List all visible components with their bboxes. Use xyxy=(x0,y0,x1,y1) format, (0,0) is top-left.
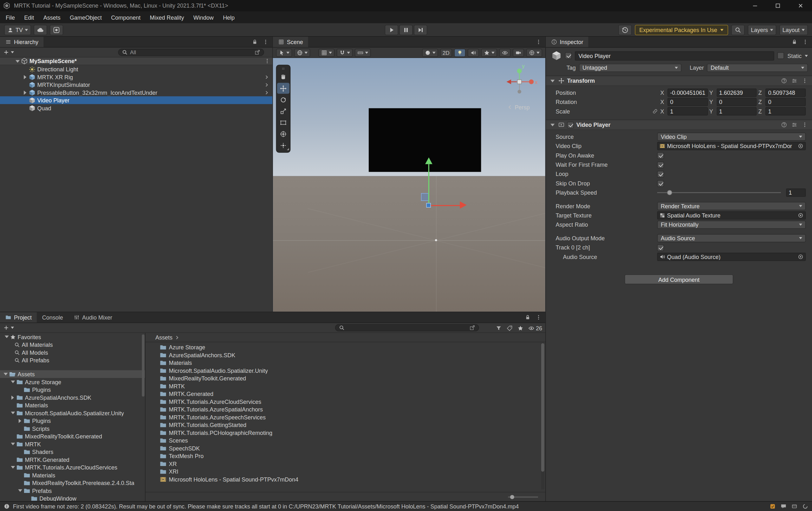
object-picker-icon[interactable] xyxy=(798,143,804,149)
source-dropdown[interactable]: Video Clip xyxy=(657,132,806,141)
scale-y-field[interactable]: 1 xyxy=(717,107,757,115)
close-button[interactable] xyxy=(789,0,812,11)
list-scrollbar[interactable] xyxy=(541,343,544,489)
scene-options-icon[interactable] xyxy=(264,58,270,64)
presets-icon[interactable] xyxy=(791,78,798,84)
move-gizmo-plane-handle[interactable] xyxy=(421,193,429,201)
menu-component[interactable]: Component xyxy=(107,11,145,24)
expander-icon[interactable] xyxy=(9,410,16,416)
folder-mrtk-tutorials-azurecloudservices[interactable]: MRTK.Tutorials.AzureCloudServices xyxy=(0,463,145,471)
camera-button[interactable] xyxy=(513,49,524,57)
menu-help[interactable]: Help xyxy=(218,11,239,24)
menu-assets[interactable]: Assets xyxy=(39,11,65,24)
asset-microsoft-spatialaudio-spatializer-unity[interactable]: Microsoft.SpatialAudio.Spatializer.Unity xyxy=(146,366,540,374)
scene-visibility-button[interactable] xyxy=(499,49,511,57)
folder-azurespatialanchors-sdk[interactable]: AzureSpatialAnchors.SDK xyxy=(0,393,145,401)
component-enabled-checkbox[interactable] xyxy=(567,121,574,128)
panel-menu-icon[interactable] xyxy=(802,39,809,45)
folder-mixedrealitytoolkit-prerelease-2-4-0-sta[interactable]: MixedRealityToolkit.Prerelease.2.4.0.Sta xyxy=(0,479,145,487)
move-gizmo-y-axis[interactable] xyxy=(428,164,429,206)
move-gizmo-center[interactable] xyxy=(426,203,431,208)
folder-azure-storage[interactable]: Azure Storage xyxy=(0,378,145,386)
play-on-awake-checkbox[interactable] xyxy=(657,152,664,158)
tab-project[interactable]: Project xyxy=(0,312,37,323)
loop-checkbox[interactable] xyxy=(657,171,664,177)
asset-xri[interactable]: XRI xyxy=(146,468,540,475)
component-menu-icon[interactable] xyxy=(802,122,808,128)
asset-azurespatialanchors-sdk[interactable]: AzureSpatialAnchors.SDK xyxy=(146,351,540,359)
search-popout-icon[interactable] xyxy=(469,325,475,331)
scrollbar-thumb[interactable] xyxy=(541,343,544,472)
tab-audio-mixer[interactable]: Audio Mixer xyxy=(68,312,117,323)
status-progress-icon[interactable] xyxy=(802,503,809,510)
asset-mrtk[interactable]: MRTK xyxy=(146,382,540,390)
audio-source-object-field[interactable]: Quad (Audio Source) xyxy=(657,253,806,261)
expander-icon[interactable] xyxy=(22,89,29,96)
folder-mrtk-generated[interactable]: MRTK.Generated xyxy=(0,455,145,463)
expander-icon[interactable] xyxy=(3,333,10,340)
hidden-packages-toggle[interactable]: 26 xyxy=(528,325,543,331)
asset-mrtk-tutorials-pcholographicremoting[interactable]: MRTK.Tutorials.PCHolographicRemoting xyxy=(146,428,540,436)
experimental-packages-button[interactable]: Experimental Packages In Use xyxy=(635,25,728,35)
folder-plugins[interactable]: Plugins xyxy=(0,386,145,393)
search-by-label-icon[interactable] xyxy=(506,325,513,331)
object-name-field[interactable]: Video Player xyxy=(575,51,775,60)
asset-mrtk-generated[interactable]: MRTK.Generated xyxy=(146,390,540,397)
help-icon[interactable] xyxy=(781,122,787,128)
expander-icon[interactable] xyxy=(22,73,29,80)
skip-on-drop-checkbox[interactable] xyxy=(657,180,664,187)
folder-mrtk[interactable]: MRTK xyxy=(0,440,145,448)
panel-menu-icon[interactable] xyxy=(535,314,542,321)
step-button[interactable] xyxy=(414,25,427,35)
asset-speechsdk[interactable]: SpeechSDK xyxy=(146,444,540,452)
audio-output-mode-dropdown[interactable]: Audio Source xyxy=(657,234,806,242)
favorites-header[interactable]: Favorites xyxy=(0,333,145,340)
effects-button[interactable] xyxy=(481,49,497,57)
audio-button[interactable] xyxy=(468,49,479,57)
lock-icon[interactable] xyxy=(252,39,258,45)
folder-scripts[interactable]: Scripts xyxy=(0,424,145,432)
expander-icon[interactable] xyxy=(9,464,16,471)
tab-hierarchy[interactable]: Hierarchy xyxy=(0,37,44,47)
draw-mode-button[interactable] xyxy=(422,49,438,57)
minimize-button[interactable] xyxy=(744,0,766,11)
status-cache-icon[interactable] xyxy=(791,503,798,510)
asset-scenes[interactable]: Scenes xyxy=(146,437,540,444)
position-y-field[interactable]: 1.602639 xyxy=(717,88,757,97)
static-dropdown-icon[interactable] xyxy=(805,55,808,57)
aspect-ratio-dropdown[interactable]: Fit Horizontally xyxy=(657,221,806,229)
tag-dropdown[interactable]: Untagged xyxy=(579,64,682,72)
scale-x-field[interactable]: 1 xyxy=(667,107,708,115)
playback-speed-slider[interactable] xyxy=(657,192,781,193)
tree-scrollbar[interactable] xyxy=(142,334,145,396)
position-z-field[interactable]: 0.5097348 xyxy=(766,88,806,97)
asset-microsoft-hololens-spatial-sound-ptpvx7mdon4[interactable]: Microsoft HoloLens - Spatial Sound-PTPvx… xyxy=(146,475,540,483)
track-0-2-ch-checkbox[interactable] xyxy=(657,244,664,251)
static-checkbox[interactable] xyxy=(778,52,784,59)
pivot-button[interactable] xyxy=(294,49,311,57)
add-component-button[interactable]: Add Component xyxy=(625,274,733,284)
play-button[interactable] xyxy=(385,25,398,35)
status-message[interactable]: First video frame not zero: 2 (0.083422s… xyxy=(13,503,766,510)
rotate-tool-button[interactable] xyxy=(277,94,289,105)
hierarchy-item-video-player[interactable]: Video Player xyxy=(0,96,272,104)
search-by-type-icon[interactable] xyxy=(496,325,502,331)
status-activity-icon[interactable] xyxy=(770,503,776,510)
folder-materials[interactable]: Materials xyxy=(0,471,145,479)
hierarchy-item-quad[interactable]: Quad xyxy=(0,104,272,112)
hierarchy-scene-row[interactable]: MySampleScene* xyxy=(0,57,272,65)
wait-for-first-frame-checkbox[interactable] xyxy=(657,161,664,168)
layer-dropdown[interactable]: Default xyxy=(707,64,808,72)
projection-mode-button[interactable]: Persp xyxy=(507,104,529,110)
grid-snapping-button[interactable] xyxy=(318,49,335,57)
rotation-y-field[interactable]: 0 xyxy=(717,98,757,106)
folder-mixedrealitytoolkit-generated[interactable]: MixedRealityToolkit.Generated xyxy=(0,432,145,440)
help-icon[interactable] xyxy=(781,78,787,84)
asset-textmesh-pro[interactable]: TextMesh Pro xyxy=(146,452,540,460)
search-popout-icon[interactable] xyxy=(254,49,261,56)
gizmo-x-label[interactable]: x xyxy=(535,79,538,85)
create-button[interactable] xyxy=(3,49,14,56)
folder-prefabs[interactable]: Prefabs xyxy=(0,487,145,494)
project-search-input[interactable] xyxy=(335,324,479,331)
panel-menu-icon[interactable] xyxy=(263,39,269,45)
